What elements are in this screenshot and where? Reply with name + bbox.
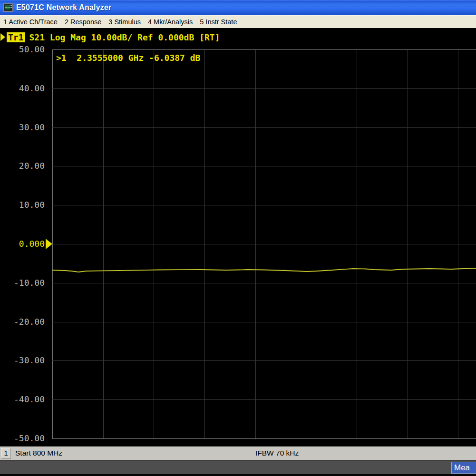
active-trace-arrow-icon	[0, 33, 5, 41]
graph-area: >1 2.3555000 GHz -6.0387 dB	[52, 49, 476, 439]
status-bar: 1 Start 800 MHz IFBW 70 kHz	[0, 447, 476, 460]
window-title: E5071C Network Analyzer	[16, 3, 112, 12]
y-axis-labels: 50.0040.0030.0020.0010.000.000-10.00-20.…	[0, 49, 48, 439]
bottom-taskbar: Mea	[0, 460, 476, 474]
trace1-line	[52, 268, 476, 272]
reference-level-marker-icon	[46, 239, 52, 249]
screen-bottom-edge	[0, 474, 476, 476]
trace1-badge[interactable]: Tr1	[7, 32, 25, 42]
y-axis-tick-label: 30.00	[0, 122, 45, 133]
y-axis-tick-label: -40.00	[0, 394, 45, 405]
channel-number-box: 1	[1, 448, 11, 459]
y-axis-tick-label: -50.00	[0, 433, 45, 444]
menu-item-mkr-analysis[interactable]: 4 Mkr/Analysis	[148, 18, 193, 26]
instrument-screen: E5071C Network Analyzer 1 Active Ch/Trac…	[0, 0, 476, 476]
y-axis-tick-label: 20.00	[0, 161, 45, 171]
window-titlebar[interactable]: E5071C Network Analyzer	[0, 0, 476, 15]
app-icon[interactable]	[3, 3, 13, 12]
menu-item-stimulus[interactable]: 3 Stimulus	[108, 18, 141, 26]
y-axis-tick-label: 10.00	[0, 200, 45, 210]
menu-item-instr-state[interactable]: 5 Instr State	[200, 18, 237, 26]
start-frequency-label: Start 800 MHz	[15, 449, 62, 457]
ifbw-label: IFBW 70 kHz	[255, 449, 299, 457]
y-axis-tick-label: -10.00	[0, 278, 45, 288]
menu-bar: 1 Active Ch/Trace 2 Response 3 Stimulus …	[0, 15, 476, 28]
y-axis-reference-label: 0.000	[0, 239, 45, 249]
trace-status-bar: Tr1 S21 Log Mag 10.00dB/ Ref 0.000dB [RT…	[0, 31, 220, 43]
meas-softkey-button[interactable]: Mea	[451, 462, 476, 474]
trace1-settings-label: S21 Log Mag 10.00dB/ Ref 0.000dB [RT]	[29, 32, 220, 42]
menu-item-active-ch-trace[interactable]: 1 Active Ch/Trace	[3, 18, 58, 26]
y-axis-tick-label: -30.00	[0, 355, 45, 366]
menu-item-response[interactable]: 2 Response	[65, 18, 101, 26]
y-axis-tick-label: 40.00	[0, 83, 45, 94]
y-axis-tick-label: -20.00	[0, 317, 45, 327]
marker1-readout: >1 2.3555000 GHz -6.0387 dB	[56, 53, 200, 63]
y-axis-tick-label: 50.00	[0, 44, 45, 55]
grid-and-trace-canvas	[52, 49, 476, 439]
